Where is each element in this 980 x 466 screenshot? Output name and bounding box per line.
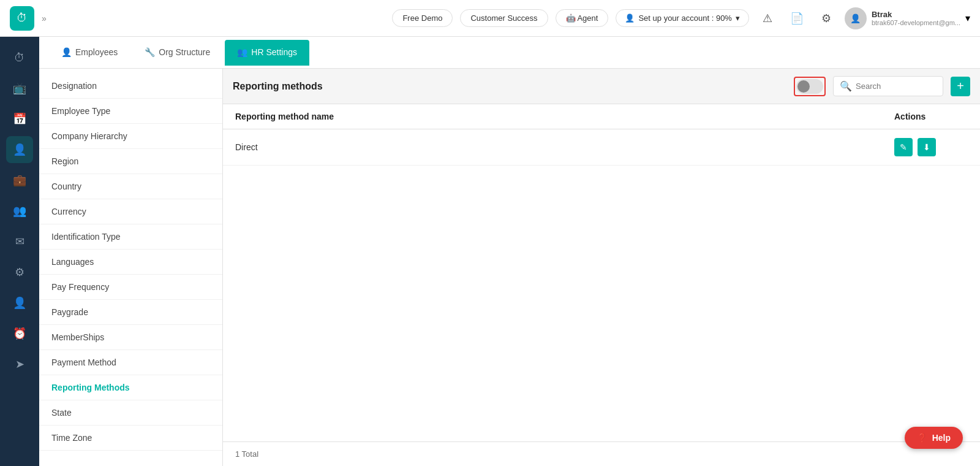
table-footer: 1 Total: [223, 441, 980, 466]
logo-button[interactable]: ⏱: [10, 6, 34, 31]
add-button[interactable]: +: [951, 77, 970, 96]
person-setup-icon: 👤: [625, 13, 635, 23]
help-icon: ❓: [917, 433, 927, 443]
document-icon-button[interactable]: 📄: [786, 7, 808, 29]
tab-hr-settings[interactable]: 👥 HR Settings: [225, 40, 309, 66]
org-tab-icon: 🔧: [145, 47, 155, 57]
employees-tab-icon: 👤: [61, 47, 72, 57]
sidebar-item-clock[interactable]: ⏱: [6, 44, 33, 71]
left-menu-panel: Designation Employee Type Company Hierar…: [39, 69, 223, 466]
table-area: Reporting method name Actions Direct ✎ ⬇: [223, 104, 980, 441]
menu-item-company-hierarchy[interactable]: Company Hierarchy: [39, 124, 222, 149]
menu-item-identification-type[interactable]: Identification Type: [39, 224, 222, 250]
toggle-wrapper: [794, 77, 826, 96]
top-navigation: ⏱ » Free Demo Customer Success 🤖 Agent 👤…: [0, 0, 980, 37]
right-content-panel: Reporting methods 🔍 + Report: [223, 69, 980, 466]
menu-item-reporting-methods[interactable]: Reporting Methods: [39, 375, 222, 400]
sidebar-item-briefcase[interactable]: 💼: [6, 167, 33, 194]
toggle-knob: [797, 80, 810, 93]
row-actions: ✎ ⬇: [894, 138, 968, 156]
tab-employees[interactable]: 👤 Employees: [49, 40, 130, 66]
menu-item-payment-method[interactable]: Payment Method: [39, 350, 222, 375]
agent-button[interactable]: 🤖 Agent: [556, 9, 609, 27]
menu-item-designation[interactable]: Designation: [39, 74, 222, 99]
table-header: Reporting method name Actions: [223, 104, 980, 129]
menu-item-region[interactable]: Region: [39, 149, 222, 174]
panel-title: Reporting methods: [233, 81, 786, 92]
col-name-header: Reporting method name: [235, 112, 894, 121]
user-menu[interactable]: 👤 Btrak btrak607-development@gm... ▾: [845, 7, 970, 29]
hr-tab-icon: 👥: [237, 47, 247, 57]
avatar: 👤: [845, 7, 867, 29]
col-actions-header: Actions: [894, 112, 968, 121]
tab-org-structure[interactable]: 🔧 Org Structure: [132, 40, 222, 66]
sidebar-item-group[interactable]: 👥: [6, 197, 33, 224]
search-box: 🔍: [833, 76, 943, 96]
row-direct-name: Direct: [235, 142, 894, 152]
toggle-button[interactable]: [796, 79, 823, 94]
main-layout: ⏱ 📺 📅 👤 💼 👥 ✉ ⚙ 👤 ⏰ ➤ 👤 Employees 🔧 Org …: [0, 37, 980, 466]
customer-success-button[interactable]: Customer Success: [460, 9, 548, 27]
menu-item-pay-frequency[interactable]: Pay Frequency: [39, 275, 222, 300]
menu-item-paygrade[interactable]: Paygrade: [39, 300, 222, 325]
sidebar-item-mail[interactable]: ✉: [6, 228, 33, 255]
menu-item-languages[interactable]: Languages: [39, 250, 222, 275]
table-row: Direct ✎ ⬇: [223, 129, 980, 166]
search-input[interactable]: [856, 82, 937, 91]
sidebar-item-calendar[interactable]: 📅: [6, 105, 33, 132]
content-area: 👤 Employees 🔧 Org Structure 👥 HR Setting…: [39, 37, 980, 466]
search-icon: 🔍: [840, 80, 852, 92]
menu-item-time-zone[interactable]: Time Zone: [39, 426, 222, 451]
two-panel: Designation Employee Type Company Hierar…: [39, 69, 980, 466]
logo-icon: ⏱: [17, 12, 28, 25]
delete-icon-button[interactable]: ⬇: [918, 138, 936, 156]
menu-item-memberships[interactable]: MemberShips: [39, 325, 222, 350]
user-name: Btrak: [872, 10, 960, 19]
edit-icon-button[interactable]: ✎: [894, 138, 913, 156]
settings-icon-button[interactable]: ⚙: [815, 7, 837, 29]
sidebar: ⏱ 📺 📅 👤 💼 👥 ✉ ⚙ 👤 ⏰ ➤: [0, 37, 39, 466]
alert-icon-button[interactable]: ⚠: [756, 7, 778, 29]
setup-chevron-icon: ▾: [736, 13, 740, 23]
sidebar-item-user2[interactable]: 👤: [6, 289, 33, 316]
free-demo-button[interactable]: Free Demo: [392, 9, 453, 27]
user-chevron-icon: ▾: [965, 12, 970, 24]
sidebar-item-gear[interactable]: ⚙: [6, 259, 33, 286]
sidebar-item-send[interactable]: ➤: [6, 351, 33, 378]
agent-icon: 🤖: [566, 13, 576, 23]
help-button[interactable]: ❓ Help: [905, 427, 963, 449]
menu-item-currency[interactable]: Currency: [39, 199, 222, 224]
user-email: btrak607-development@gm...: [872, 19, 960, 26]
sidebar-item-timer[interactable]: ⏰: [6, 320, 33, 347]
setup-button[interactable]: 👤 Set up your account : 90% ▾: [616, 9, 748, 27]
right-panel-header: Reporting methods 🔍 +: [223, 69, 980, 104]
tab-bar: 👤 Employees 🔧 Org Structure 👥 HR Setting…: [39, 37, 980, 69]
menu-item-country[interactable]: Country: [39, 174, 222, 199]
menu-item-employee-type[interactable]: Employee Type: [39, 99, 222, 124]
total-count: 1 Total: [235, 449, 258, 459]
sidebar-item-person[interactable]: 👤: [6, 136, 33, 163]
expand-nav-icon[interactable]: »: [42, 13, 47, 23]
sidebar-item-tv[interactable]: 📺: [6, 75, 33, 102]
menu-item-state[interactable]: State: [39, 400, 222, 426]
